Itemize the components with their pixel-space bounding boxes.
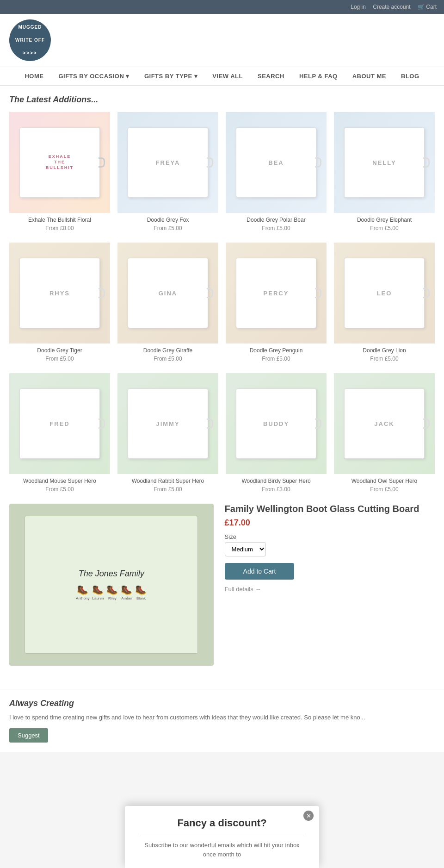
product-card-tiger[interactable]: RHYS Doodle Grey Tiger From £5.00 [9,243,110,362]
featured-product-title: Family Wellington Boot Glass Cutting Boa… [225,504,435,514]
mug-visual: JIMMY [128,388,208,459]
product-price: From £3.00 [226,486,327,493]
boot-item: 🥾 Anthony [76,584,89,600]
login-link[interactable]: Log in [351,4,366,10]
product-image-tiger: RHYS [9,243,110,343]
always-creating-body: I love to spend time creating new gifts … [9,713,435,723]
product-title: Doodle Grey Polar Bear [226,217,327,223]
product-title: Doodle Grey Elephant [334,217,435,223]
product-price: From £5.00 [117,225,218,231]
product-title: Doodle Grey Tiger [9,347,110,354]
product-title: Woodland Owl Super Hero [334,478,435,484]
add-to-cart-button[interactable]: Add to Cart [225,563,295,580]
chevron-down-icon: ▾ [126,73,130,80]
product-grid-row2: RHYS Doodle Grey Tiger From £5.00 GINA D… [9,243,435,362]
mug-visual: BUDDY [236,388,316,459]
product-title: Doodle Grey Fox [117,217,218,223]
product-price: From £8.00 [9,225,110,231]
product-title: Woodland Mouse Super Hero [9,478,110,484]
featured-product-detail: The Jones Family 🥾 Anthony 🥾 Lauren 🥾 Ri… [9,504,435,666]
product-grid-row1: EXHALETHEBULLSHIT Exhale The Bullshit Fl… [9,112,435,231]
nav-blog[interactable]: BLOG [394,67,427,85]
product-card-rabbit[interactable]: JIMMY Woodland Rabbit Super Hero From £5… [117,373,218,493]
product-image-birdy: BUDDY [226,373,327,474]
mug-visual: NELLY [344,127,425,198]
product-card-exhale[interactable]: EXHALETHEBULLSHIT Exhale The Bullshit Fl… [9,112,110,231]
product-card-owl[interactable]: JACK Woodland Owl Super Hero From £5.00 [334,373,435,493]
nav-search[interactable]: SEARCH [250,67,292,85]
suggest-button[interactable]: Suggest [9,728,48,743]
product-title: Doodle Grey Penguin [226,347,327,354]
product-title: Woodland Birdy Super Hero [226,478,327,484]
nav-help-faq[interactable]: HELP & FAQ [292,67,345,85]
product-image-lion: LEO [334,243,435,343]
product-image-mouse: FRED [9,373,110,474]
nav-view-all[interactable]: VIEW ALL [205,67,250,85]
mug-visual: PERCY [236,258,316,329]
section-title-latest: The Latest Additions... [9,95,435,105]
product-card-fox[interactable]: FREYA Doodle Grey Fox From £5.00 [117,112,218,231]
product-image-penguin: PERCY [226,243,327,343]
main-nav: HOME GIFTS BY OCCASION ▾ GIFTS BY TYPE ▾… [0,67,444,86]
product-title: Woodland Rabbit Super Hero [117,478,218,484]
product-price: From £5.00 [334,225,435,231]
always-creating-title: Always Creating [9,699,435,708]
product-card-penguin[interactable]: PERCY Doodle Grey Penguin From £5.00 [226,243,327,362]
family-name-text: The Jones Family [79,569,144,579]
full-details-link[interactable]: Full details → [225,586,261,593]
product-image-exhale: EXHALETHEBULLSHIT [9,112,110,213]
product-price: From £5.00 [117,356,218,362]
product-price: From £5.00 [334,356,435,362]
product-image-owl: JACK [334,373,435,474]
mug-visual: EXHALETHEBULLSHIT [19,127,100,198]
product-price: From £5.00 [226,356,327,362]
mug-visual: FRED [19,388,100,459]
mug-visual: FREYA [128,127,208,198]
boots-row: 🥾 Anthony 🥾 Lauren 🥾 Riley 🥾 Amber [76,584,147,600]
nav-home[interactable]: HOME [17,67,51,85]
product-image-rabbit: JIMMY [117,373,218,474]
featured-product-info: Family Wellington Boot Glass Cutting Boa… [225,504,435,666]
site-header: MUGGED WRITE OFF >>>> [0,14,444,67]
product-price: From £5.00 [9,356,110,362]
site-logo[interactable]: MUGGED WRITE OFF >>>> [9,19,51,61]
featured-product-image: The Jones Family 🥾 Anthony 🥾 Lauren 🥾 Ri… [9,504,214,666]
nav-about-me[interactable]: ABOUT ME [345,67,394,85]
chevron-down-icon: ▾ [194,73,198,80]
main-content: The Latest Additions... EXHALETHEBULLSHI… [0,86,444,689]
product-title: Exhale The Bullshit Floral [9,217,110,223]
mug-visual: GINA [128,258,208,329]
product-title: Doodle Grey Lion [334,347,435,354]
product-price: From £5.00 [9,486,110,493]
cart-link[interactable]: 🛒 Cart [418,4,437,10]
product-price: From £5.00 [117,486,218,493]
create-account-link[interactable]: Create account [373,4,410,10]
top-bar: Log in Create account 🛒 Cart [0,0,444,14]
product-card-elephant[interactable]: NELLY Doodle Grey Elephant From £5.00 [334,112,435,231]
mug-visual: LEO [344,258,425,329]
product-card-lion[interactable]: LEO Doodle Grey Lion From £5.00 [334,243,435,362]
boot-item: 🥾 Amber [121,584,132,600]
product-title: Doodle Grey Giraffe [117,347,218,354]
mug-visual: BEA [236,127,316,198]
product-card-polar-bear[interactable]: BEA Doodle Grey Polar Bear From £5.00 [226,112,327,231]
boot-item: 🥾 Blank [135,584,147,600]
product-price: From £5.00 [226,225,327,231]
boot-item: 🥾 Riley [106,584,118,600]
product-image-giraffe: GINA [117,243,218,343]
product-image-fox: FREYA [117,112,218,213]
product-image-polar-bear: BEA [226,112,327,213]
size-select[interactable]: Small Medium Large [225,542,266,556]
product-image-elephant: NELLY [334,112,435,213]
product-card-birdy[interactable]: BUDDY Woodland Birdy Super Hero From £3.… [226,373,327,493]
featured-product-price: £17.00 [225,518,435,528]
product-grid-row3: FRED Woodland Mouse Super Hero From £5.0… [9,373,435,493]
always-creating-section: Always Creating I love to spend time cre… [0,689,444,752]
product-price: From £5.00 [334,486,435,493]
cutting-board-visual: The Jones Family 🥾 Anthony 🥾 Lauren 🥾 Ri… [25,516,198,654]
product-card-giraffe[interactable]: GINA Doodle Grey Giraffe From £5.00 [117,243,218,362]
mug-visual: JACK [344,388,425,459]
product-card-mouse[interactable]: FRED Woodland Mouse Super Hero From £5.0… [9,373,110,493]
nav-gifts-type[interactable]: GIFTS BY TYPE ▾ [137,67,205,85]
nav-gifts-occasion[interactable]: GIFTS BY OCCASION ▾ [51,67,137,85]
